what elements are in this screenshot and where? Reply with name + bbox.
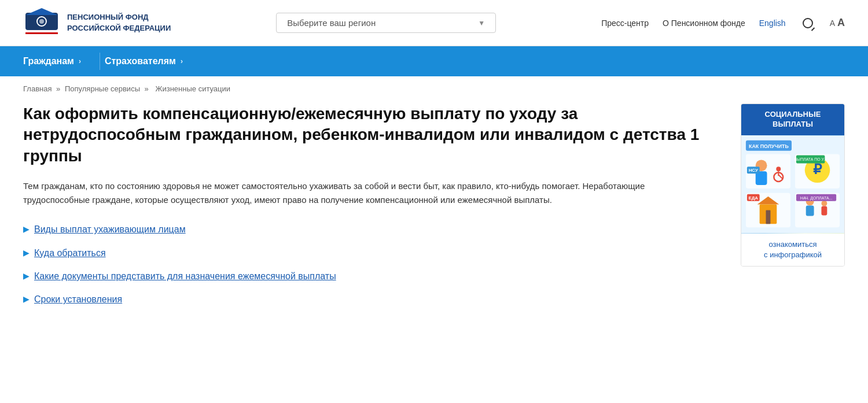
svg-text:НАЧ. ДОПЛАТА...: НАЧ. ДОПЛАТА... xyxy=(800,195,833,200)
infographic-title: СОЦИАЛЬНЫЕ ВЫПЛАТЫ xyxy=(765,110,821,128)
svg-rect-33 xyxy=(821,206,827,215)
arrow-icon-3: ▶ xyxy=(23,271,30,280)
font-large-button[interactable]: А xyxy=(837,17,845,29)
chevron-down-icon: ▼ xyxy=(478,19,485,27)
chevron-right-icon-2: › xyxy=(181,57,183,65)
nav-item-citizens[interactable]: Гражданам › xyxy=(23,56,95,66)
region-select-area: Выберите ваш регион ▼ xyxy=(171,13,601,33)
english-link[interactable]: English xyxy=(759,19,786,28)
svg-point-32 xyxy=(821,200,827,206)
svg-text:₽: ₽ xyxy=(813,162,822,177)
pfr-logo-icon xyxy=(23,7,60,39)
content-left: Как оформить компенсационную/ежемесячную… xyxy=(23,103,718,306)
infographic-image: КАК ПОЛУЧИТЬ НСУ xyxy=(741,135,844,234)
link-deadlines[interactable]: Сроки установления xyxy=(34,293,122,306)
breadcrumb-popular[interactable]: Популярные сервисы xyxy=(65,84,140,93)
breadcrumb-sep2: » xyxy=(145,84,151,93)
infographic-caption-text: ознакомитьсяс инфографикой xyxy=(764,240,822,259)
svg-text:ВЫПЛАТА ПО У...: ВЫПЛАТА ПО У... xyxy=(795,157,827,161)
link-documents[interactable]: Какие документы представить для назначен… xyxy=(34,270,336,283)
infographic-svg: КАК ПОЛУЧИТЬ НСУ xyxy=(741,135,844,234)
list-item: ▶ Куда обратиться xyxy=(23,247,718,260)
list-item: ▶ Виды выплат ухаживающим лицам xyxy=(23,223,718,236)
press-center-link[interactable]: Пресс-центр xyxy=(601,19,649,28)
logo-area[interactable]: ПЕНСИОННЫЙ ФОНД РОССИЙСКОЙ ФЕДЕРАЦИИ xyxy=(23,7,171,39)
svg-text:НСУ: НСУ xyxy=(749,168,758,173)
nav-separator xyxy=(100,53,100,70)
svg-text:КАК ПОЛУЧИТЬ: КАК ПОЛУЧИТЬ xyxy=(749,143,789,149)
content-links-list: ▶ Виды выплат ухаживающим лицам ▶ Куда о… xyxy=(23,223,718,306)
svg-point-5 xyxy=(39,19,44,24)
breadcrumb-sep1: » xyxy=(56,84,62,93)
breadcrumb: Главная » Популярные сервисы » Жизненные… xyxy=(0,76,868,98)
infographic-header: СОЦИАЛЬНЫЕ ВЫПЛАТЫ xyxy=(741,104,844,135)
site-header: ПЕНСИОННЫЙ ФОНД РОССИЙСКОЙ ФЕДЕРАЦИИ Выб… xyxy=(0,0,868,46)
intro-paragraph: Тем гражданам, кто по состоянию здоровья… xyxy=(23,179,660,207)
infographic-caption[interactable]: ознакомитьсяс инфографикой xyxy=(741,234,844,266)
logo-text: ПЕНСИОННЫЙ ФОНД РОССИЙСКОЙ ФЕДЕРАЦИИ xyxy=(67,12,171,33)
svg-rect-26 xyxy=(766,210,771,224)
main-nav: Гражданам › Страхователям › xyxy=(0,46,868,76)
infographic-card[interactable]: СОЦИАЛЬНЫЕ ВЫПЛАТЫ КАК ПОЛУЧИТЬ xyxy=(741,103,845,267)
search-button[interactable] xyxy=(800,15,816,31)
nav-insurers-label: Страхователям xyxy=(105,56,176,66)
chevron-right-icon: › xyxy=(79,57,81,65)
arrow-icon-1: ▶ xyxy=(23,224,30,234)
search-icon xyxy=(803,18,813,28)
font-small-button[interactable]: А xyxy=(830,19,835,28)
link-types-of-payments[interactable]: Виды выплат ухаживающим лицам xyxy=(34,223,186,236)
region-dropdown[interactable]: Выберите ваш регион ▼ xyxy=(276,13,496,33)
breadcrumb-home[interactable]: Главная xyxy=(23,84,52,93)
list-item: ▶ Сроки установления xyxy=(23,293,718,306)
header-nav: Пресс-центр О Пенсионном фонде English А… xyxy=(601,15,845,31)
about-fund-link[interactable]: О Пенсионном фонде xyxy=(663,19,745,28)
svg-point-13 xyxy=(776,167,781,171)
svg-marker-1 xyxy=(25,8,58,15)
nav-citizens-label: Гражданам xyxy=(23,56,74,66)
svg-rect-31 xyxy=(806,205,814,216)
link-where-to-apply[interactable]: Куда обратиться xyxy=(34,247,106,260)
list-item: ▶ Какие документы представить для назнач… xyxy=(23,270,718,283)
region-placeholder-text: Выберите ваш регион xyxy=(287,18,376,28)
font-size-controls: А А xyxy=(830,17,845,29)
arrow-icon-2: ▶ xyxy=(23,248,30,257)
sidebar: СОЦИАЛЬНЫЕ ВЫПЛАТЫ КАК ПОЛУЧИТЬ xyxy=(741,103,845,306)
svg-rect-3 xyxy=(25,32,58,34)
breadcrumb-current: Жизненные ситуации xyxy=(155,84,230,93)
page-title: Как оформить компенсационную/ежемесячную… xyxy=(23,103,718,167)
arrow-icon-4: ▶ xyxy=(23,294,30,304)
nav-item-insurers[interactable]: Страхователям › xyxy=(105,56,197,66)
svg-text:ЕДА: ЕДА xyxy=(748,195,758,200)
main-content: Как оформить компенсационную/ежемесячную… xyxy=(0,98,868,324)
